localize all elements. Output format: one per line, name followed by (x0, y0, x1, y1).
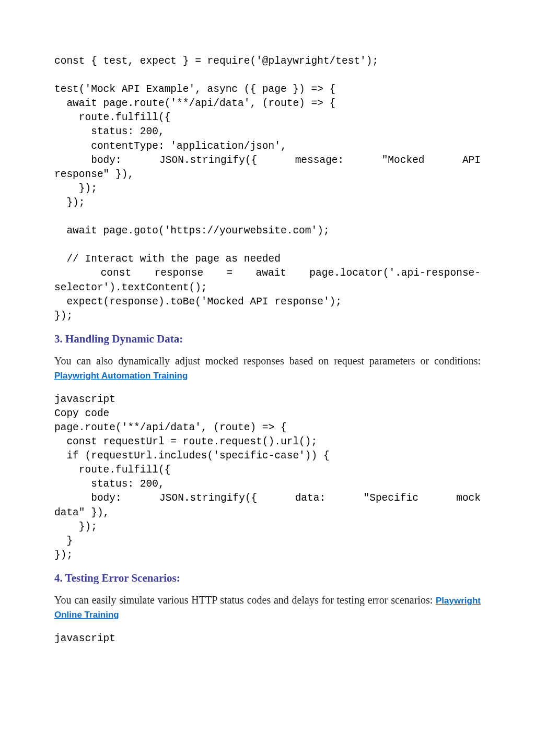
code-token: mock (456, 491, 481, 505)
code-line: data" }), (54, 507, 109, 518)
code-line: route.fulfill({ (54, 112, 170, 123)
code-block-3: javascript (54, 632, 481, 646)
code-line: expect(response).toBe('Mocked API respon… (54, 296, 342, 308)
code-line: javascript (54, 633, 115, 644)
code-line: route.fulfill({ (54, 464, 170, 476)
code-token: JSON.stringify({ (159, 491, 257, 505)
playwright-automation-training-link[interactable]: Playwright Automation Training (54, 371, 188, 381)
code-line: const requestUrl = route.request().url()… (54, 436, 317, 447)
code-token: API (462, 153, 481, 168)
section-4-heading: 4. Testing Error Scenarios: (54, 572, 481, 585)
code-token: message: (295, 153, 344, 168)
code-line: const { test, expect } = require('@playw… (54, 55, 378, 67)
code-block-1: const { test, expect } = require('@playw… (54, 54, 481, 323)
code-line: const response = await page.locator('.ap… (54, 267, 481, 279)
code-line: status: 200, (54, 478, 165, 490)
code-line: await page.route('**/api/data', (route) … (54, 98, 335, 109)
section-4-paragraph: You can easily simulate various HTTP sta… (54, 593, 481, 621)
code-line: }); (54, 549, 73, 561)
code-line: Copy code (54, 408, 109, 419)
code-line: }); (54, 197, 85, 208)
code-line: status: 200, (54, 126, 165, 137)
code-line: test('Mock API Example', async ({ page }… (54, 84, 335, 95)
code-line: selector').textContent(); (54, 282, 207, 293)
code-line: contentType: 'application/json', (54, 140, 287, 152)
code-line: // Interact with the page as needed (54, 253, 281, 265)
code-line: await page.goto('https://yourwebsite.com… (54, 225, 330, 237)
paragraph-text: You can also dynamically adjust mocked r… (54, 355, 481, 367)
code-line: response" }), (54, 169, 134, 180)
paragraph-text: You can easily simulate various HTTP sta… (54, 594, 436, 606)
code-token: "Specific (364, 491, 418, 505)
code-line: }); (54, 310, 73, 322)
code-token: body: (91, 492, 122, 504)
code-line: javascript (54, 394, 115, 405)
code-line: }); (54, 183, 97, 194)
code-token: body: (91, 155, 122, 166)
section-3-paragraph: You can also dynamically adjust mocked r… (54, 354, 481, 382)
code-line: page.route('**/api/data', (route) => { (54, 422, 287, 433)
code-line: } (54, 535, 73, 547)
code-line: if (requestUrl.includes('specific-case')… (54, 450, 330, 462)
code-token: JSON.stringify({ (159, 153, 257, 168)
section-3-heading: 3. Handling Dynamic Data: (54, 333, 481, 346)
code-line: }); (54, 521, 97, 533)
code-block-2: javascript Copy code page.route('**/api/… (54, 393, 481, 562)
code-token: data: (295, 491, 326, 505)
code-token: "Mocked (382, 153, 425, 168)
